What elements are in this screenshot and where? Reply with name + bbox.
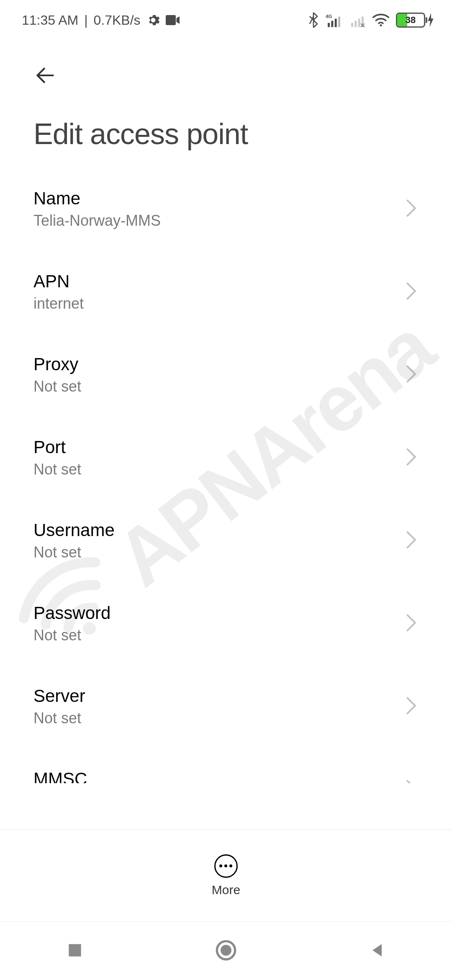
row-value: Not set [33, 544, 388, 561]
apn-field-port[interactable]: Port Not set [33, 416, 419, 499]
settings-list: Name Telia-Norway-MMS APN internet Proxy… [0, 168, 452, 783]
wifi-icon [372, 13, 389, 27]
nav-back-button[interactable] [368, 941, 386, 961]
chevron-right-icon [405, 780, 419, 783]
more-icon [214, 854, 238, 878]
row-label: APN [33, 271, 388, 291]
apn-field-proxy[interactable]: Proxy Not set [33, 333, 419, 416]
row-label: MMSC [33, 769, 388, 783]
row-label: Password [33, 603, 388, 623]
page-title: Edit access point [33, 117, 419, 151]
back-button[interactable] [33, 59, 67, 92]
row-label: Proxy [33, 354, 388, 374]
nav-home-button[interactable] [215, 939, 237, 963]
svg-rect-6 [338, 17, 340, 27]
row-value: Telia-Norway-MMS [33, 212, 388, 230]
row-value: Not set [33, 627, 388, 644]
row-value: Not set [33, 378, 388, 395]
charging-icon [427, 13, 435, 27]
circle-icon [215, 939, 237, 961]
battery-icon: 38 [396, 13, 435, 28]
arrow-left-icon [33, 64, 57, 87]
triangle-left-icon [368, 941, 386, 959]
apn-field-username[interactable]: Username Not set [33, 499, 419, 582]
svg-rect-3 [328, 23, 330, 27]
svg-rect-9 [358, 19, 360, 27]
svg-rect-4 [331, 21, 333, 27]
apn-field-server[interactable]: Server Not set [33, 665, 419, 748]
svg-text:4G: 4G [326, 13, 332, 19]
row-label: Server [33, 686, 388, 706]
chevron-right-icon [405, 531, 419, 550]
svg-rect-12 [69, 944, 81, 956]
apn-field-apn[interactable]: APN internet [33, 250, 419, 333]
chevron-right-icon [405, 365, 419, 384]
chevron-right-icon [405, 282, 419, 302]
apn-field-password[interactable]: Password Not set [33, 582, 419, 665]
chevron-right-icon [405, 697, 419, 716]
video-icon [166, 14, 181, 26]
svg-rect-1 [166, 15, 176, 25]
chevron-right-icon [405, 199, 419, 219]
navigation-bar [0, 921, 452, 980]
apn-field-mmsc[interactable]: MMSC http://10.16.18.4:38090/was [33, 748, 419, 783]
signal-nosim-icon [349, 13, 366, 27]
svg-point-11 [380, 24, 382, 26]
row-value: internet [33, 295, 388, 312]
square-icon [66, 941, 84, 959]
row-label: Port [33, 437, 388, 457]
battery-percent: 38 [406, 15, 416, 26]
action-bar: More [0, 829, 452, 921]
svg-rect-7 [351, 23, 353, 27]
header: Edit access point [0, 46, 452, 151]
status-time: 11:35 AM [22, 13, 78, 28]
status-bar: 11:35 AM | 0.7KB/s 4G 38 [0, 0, 452, 40]
row-value: Not set [33, 461, 388, 478]
svg-rect-8 [354, 21, 357, 27]
svg-point-14 [221, 945, 231, 956]
bluetooth-icon [308, 13, 319, 28]
more-label: More [212, 883, 240, 897]
signal-4g-icon: 4G [326, 13, 342, 27]
row-label: Name [33, 188, 388, 209]
chevron-right-icon [405, 614, 419, 633]
nav-recent-button[interactable] [66, 941, 84, 961]
gear-icon [146, 13, 160, 27]
apn-field-name[interactable]: Name Telia-Norway-MMS [33, 168, 419, 250]
status-speed: 0.7KB/s [94, 13, 141, 28]
more-button[interactable]: More [212, 854, 240, 897]
status-separator: | [84, 13, 87, 28]
row-value: Not set [33, 709, 388, 727]
svg-rect-5 [335, 19, 337, 27]
chevron-right-icon [405, 448, 419, 467]
row-label: Username [33, 520, 388, 540]
